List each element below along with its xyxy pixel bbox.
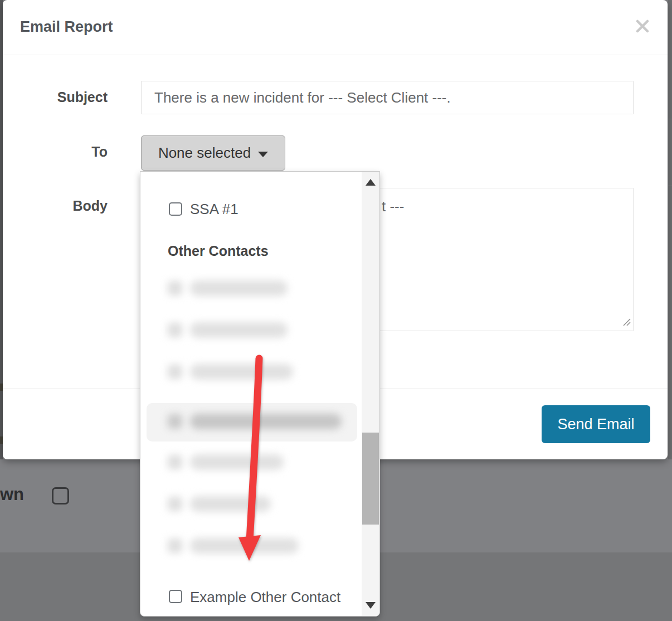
group-header-ssas-clipped: SSAs: [168, 172, 204, 174]
checkbox[interactable]: [169, 202, 182, 216]
subject-input[interactable]: [141, 81, 634, 114]
body-visible-text: t ---: [382, 198, 404, 215]
subject-label: Subject: [3, 89, 108, 105]
recipients-dropdown-panel: SSAs SSA #1 Other Contacts Example Other…: [140, 171, 380, 617]
recipients-dropdown-button[interactable]: None selected: [141, 135, 285, 171]
divider: [668, 119, 672, 119]
dropdown-scrollbar[interactable]: [362, 172, 379, 616]
modal-title: Email Report: [20, 18, 113, 36]
backdrop-right-strip: [668, 0, 672, 459]
send-email-button[interactable]: Send Email: [542, 405, 650, 443]
background-partial-word: wn: [0, 484, 24, 504]
scroll-down-icon[interactable]: [366, 602, 376, 609]
close-icon[interactable]: [635, 19, 650, 33]
option-label: SSA #1: [190, 201, 238, 218]
recipients-dropdown-label: None selected: [158, 144, 251, 162]
body-label: Body: [3, 198, 108, 214]
background-checkbox[interactable]: [52, 487, 69, 504]
header-divider: [3, 55, 668, 55]
checkbox[interactable]: [169, 590, 182, 603]
caret-down-icon: [258, 152, 268, 157]
resize-handle-icon[interactable]: [622, 318, 631, 329]
to-label: To: [3, 144, 108, 160]
scrollbar-thumb[interactable]: [362, 433, 379, 525]
option-label: Example Other Contact: [190, 589, 340, 606]
group-header-other-contacts: Other Contacts: [168, 243, 269, 259]
divider: [668, 186, 672, 186]
scroll-up-icon[interactable]: [366, 179, 376, 186]
redacted-contact-row-highlighted[interactable]: [147, 403, 357, 442]
